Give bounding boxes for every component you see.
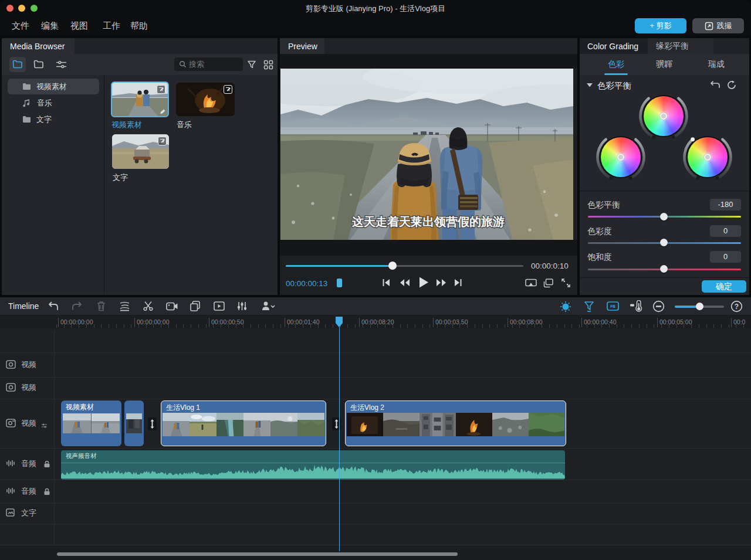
svg-text:FB: FB [610, 304, 615, 308]
svg-text:这天走着天莱出领营假的旅游: 这天走着天莱出领营假的旅游 [351, 215, 505, 228]
svg-text:?: ? [735, 303, 739, 311]
